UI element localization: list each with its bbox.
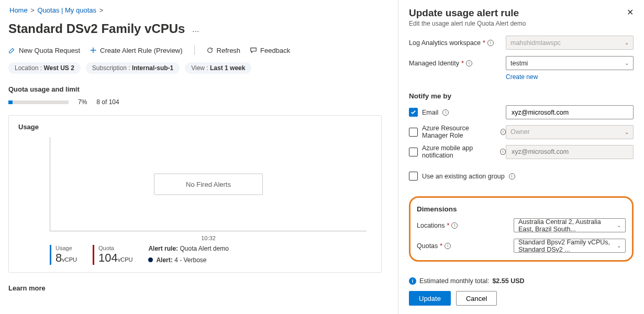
usage-card-title: Usage (18, 123, 372, 131)
create-new-link[interactable]: Create new (506, 73, 634, 81)
page-title: Standard DSv2 Family vCPUs (8, 21, 185, 36)
alert-rule-info: Alert rule: Quota Alert demo Alert: 4 - … (148, 245, 228, 264)
chevron-down-icon: ⌄ (617, 222, 621, 228)
mobile-app-checkbox[interactable] (409, 148, 418, 156)
breadcrumb-home[interactable]: Home (9, 6, 28, 14)
update-button[interactable]: Update (409, 291, 451, 306)
identity-select[interactable]: testmi⌄ (506, 56, 634, 70)
update-alert-rule-panel: Update usage alert rule ✕ Edit the usage… (398, 0, 644, 314)
dimensions-section: Dimensions Locations*i Australia Central… (409, 196, 634, 262)
no-fired-alerts: No Fired Alerts (154, 173, 263, 195)
info-icon[interactable]: i (445, 243, 451, 249)
workspace-label: Log Analytics workspace*i (409, 39, 506, 47)
usage-of-limit: 8 of 104 (96, 98, 119, 106)
info-icon[interactable]: i (451, 222, 458, 229)
feedback-icon (250, 47, 257, 54)
panel-title: Update usage alert rule (409, 7, 519, 19)
existing-action-group-checkbox[interactable] (409, 172, 418, 181)
usage-progress-bar (8, 100, 69, 104)
usage-chart: No Fired Alerts 10:32 (50, 137, 367, 231)
chart-x-tick: 10:32 (201, 235, 216, 241)
new-quota-request-button[interactable]: New Quota Request (8, 47, 80, 54)
learn-more-heading: Learn more (8, 284, 382, 292)
plus-icon (90, 47, 97, 54)
email-checkbox[interactable] (409, 108, 418, 117)
arm-role-select: Owner⌄ (506, 125, 634, 139)
info-icon: i (409, 277, 416, 285)
info-icon[interactable]: i (500, 149, 506, 155)
more-actions-icon[interactable]: ··· (192, 27, 199, 36)
usage-percent: 7% (78, 98, 87, 106)
estimated-total: i Estimated monthly total: $2.55 USD (409, 277, 634, 285)
usage-card: Usage No Fired Alerts 10:32 Usage 8vCPU … (8, 115, 382, 273)
mobile-app-label: Azure mobile app notification (422, 144, 496, 159)
email-input[interactable] (506, 105, 634, 119)
refresh-icon (206, 47, 214, 54)
command-bar: New Quota Request Create Alert Rule (Pre… (8, 46, 382, 62)
filter-location-pill[interactable]: Location : West US 2 (8, 62, 81, 74)
quotas-select[interactable]: Standard Bpsv2 Family vCPUs, Standard DS… (514, 239, 626, 253)
quotas-label: Quotas*i (417, 242, 514, 250)
info-icon[interactable]: i (487, 40, 494, 46)
filter-view-pill[interactable]: View : Last 1 week (185, 62, 251, 74)
cancel-button[interactable]: Cancel (456, 291, 497, 306)
divider (194, 46, 195, 55)
refresh-button[interactable]: Refresh (206, 47, 241, 54)
email-label: Email (422, 109, 438, 116)
usage-limit-heading: Quota usage and limit (8, 85, 382, 93)
chevron-down-icon: ⌄ (625, 40, 629, 46)
create-alert-rule-button[interactable]: Create Alert Rule (Preview) (90, 47, 183, 54)
identity-label: Managed Identity*i (409, 60, 506, 67)
close-icon[interactable]: ✕ (627, 7, 634, 17)
chevron-down-icon: ⌄ (625, 129, 629, 135)
locations-select[interactable]: Australia Central 2, Australia East, Bra… (514, 218, 626, 232)
panel-subtitle: Edit the usage alert rule Quota Alert de… (409, 20, 634, 27)
arm-role-checkbox[interactable] (409, 128, 418, 137)
filter-subscription-pill[interactable]: Subscription : Internal-sub-1 (86, 62, 180, 74)
info-icon[interactable]: i (501, 129, 506, 135)
feedback-button[interactable]: Feedback (250, 47, 290, 54)
breadcrumb-quotas[interactable]: Quotas | My quotas (38, 6, 97, 14)
info-icon[interactable]: i (442, 109, 449, 116)
usage-metric: Usage 8vCPU (50, 245, 77, 265)
existing-action-group-label: Use an existing action group (422, 173, 505, 180)
info-icon[interactable]: i (466, 60, 472, 66)
info-icon[interactable]: i (509, 173, 515, 180)
chevron-down-icon: ⌄ (625, 60, 629, 66)
workspace-select: mahshidmlawspc⌄ (506, 36, 634, 50)
arm-role-label: Azure Resource Manager Role (422, 125, 496, 139)
chevron-down-icon: ⌄ (617, 243, 621, 249)
mobile-app-input (506, 145, 634, 159)
notify-heading: Notify me by (409, 92, 634, 100)
quota-metric: Quota 104vCPU (93, 245, 132, 265)
dimensions-heading: Dimensions (417, 205, 626, 213)
pencil-icon (8, 47, 16, 54)
breadcrumb: Home > Quotas | My quotas > (8, 6, 382, 14)
locations-label: Locations*i (417, 222, 514, 229)
